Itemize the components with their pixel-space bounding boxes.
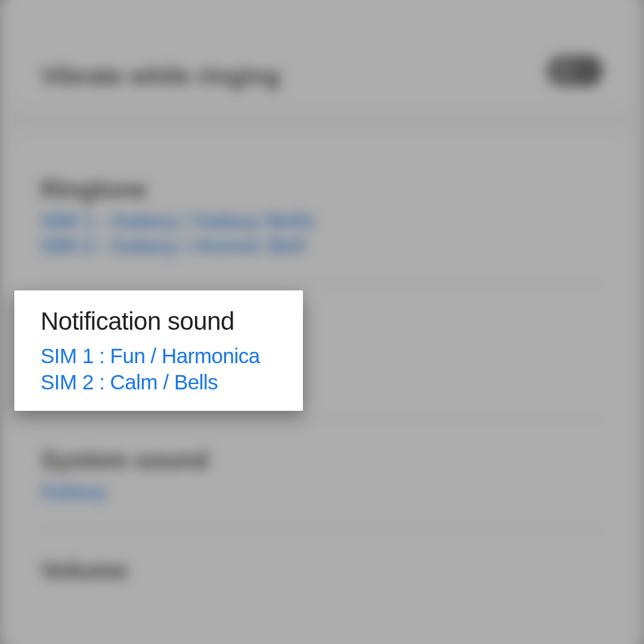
popup-sim1: SIM 1 : Fun / Harmonica (41, 344, 277, 368)
popup-title: Notification sound (41, 307, 277, 336)
notification-sound-popup[interactable]: Notification sound SIM 1 : Fun / Harmoni… (14, 290, 303, 411)
popup-sim2: SIM 2 : Calm / Bells (41, 370, 277, 394)
